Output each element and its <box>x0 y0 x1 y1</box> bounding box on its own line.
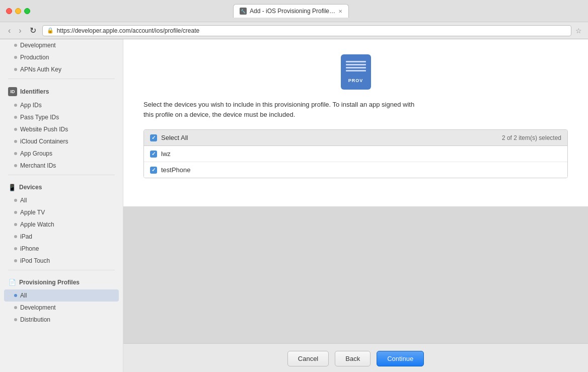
device-name-testphone: testPhone <box>161 166 191 174</box>
sidebar-item-ipad[interactable]: iPad <box>0 231 123 243</box>
checkbox-check-icon: ✓ <box>152 167 156 173</box>
sidebar-section-identifiers: ID Identifiers App IDs Pass Type IDs Web… <box>0 82 123 175</box>
prov-icon-line <box>346 70 366 71</box>
device-list-item[interactable]: ✓ testPhone <box>144 162 567 178</box>
checkbox-check-icon: ✓ <box>152 151 156 157</box>
sidebar-item-app-ids[interactable]: App IDs <box>0 99 123 111</box>
identifiers-header-label: Identifiers <box>20 88 49 95</box>
main-description: Select the devices you wish to include i… <box>143 100 568 119</box>
forward-button[interactable]: › <box>17 25 23 36</box>
sidebar-item-apple-watch[interactable]: Apple Watch <box>0 218 123 231</box>
browser-tab[interactable]: 🔧 Add - iOS Provisioning Profile… ✕ <box>233 4 349 18</box>
bookmark-icon[interactable]: ☆ <box>575 27 582 35</box>
device-checkbox-lwz[interactable]: ✓ <box>150 151 157 158</box>
device-name-lwz: lwz <box>161 150 171 158</box>
bullet-icon <box>14 152 17 155</box>
sidebar-item-label: Website Push IDs <box>20 126 68 133</box>
bullet-icon <box>14 140 17 143</box>
device-list-count: 2 of 2 item(s) selected <box>502 134 561 141</box>
tab-label: Add - iOS Provisioning Profile… <box>250 8 335 15</box>
select-all-label[interactable]: Select All <box>161 134 502 141</box>
prov-icon-label: PROV <box>348 78 363 83</box>
minimize-button[interactable] <box>15 8 21 14</box>
sidebar-item-apns-auth-key[interactable]: APNs Auth Key <box>0 63 123 76</box>
sidebar-divider <box>8 175 115 175</box>
prov-icon-line <box>346 64 366 65</box>
sidebar-item-label: iPad <box>20 233 32 240</box>
browser-chrome: 🔧 Add - iOS Provisioning Profile… ✕ ‹ › … <box>0 0 588 39</box>
sidebar-item-development-profiles[interactable]: Development <box>0 302 123 314</box>
bullet-icon <box>14 68 17 71</box>
sidebar-item-label: APNs Auth Key <box>20 66 61 73</box>
description-line2: this profile on a device, the device mus… <box>143 111 295 118</box>
back-button[interactable]: Back <box>335 351 371 366</box>
app-container: Development Production APNs Auth Key ID … <box>0 39 588 372</box>
sidebar-item-ipod-touch[interactable]: iPod Touch <box>0 255 123 267</box>
sidebar-item-apple-tv[interactable]: Apple TV <box>0 206 123 218</box>
sidebar-item-label: Merchant IDs <box>20 162 56 169</box>
provisioning-icon: 📄 <box>8 278 16 286</box>
continue-button[interactable]: Continue <box>377 351 424 366</box>
sidebar-item-label: Production <box>20 54 49 61</box>
sidebar-item-app-groups[interactable]: App Groups <box>0 147 123 160</box>
sidebar-item-all-devices[interactable]: All <box>0 194 123 206</box>
tab-close-button[interactable]: ✕ <box>338 9 342 14</box>
devices-header: 📱 Devices <box>0 178 123 194</box>
devices-icon: 📱 <box>8 183 16 191</box>
devices-header-label: Devices <box>19 184 42 191</box>
prov-icon-area: PROV <box>143 54 568 90</box>
bullet-icon <box>14 104 17 107</box>
device-list-item[interactable]: ✓ lwz <box>144 146 567 162</box>
bottom-bar: Cancel Back Continue <box>123 343 588 372</box>
url-text: https://developer.apple.com/account/ios/… <box>57 27 200 34</box>
lock-icon: 🔒 <box>47 27 54 34</box>
sidebar-section-devices: 📱 Devices All Apple TV Apple Watch iPad <box>0 178 123 270</box>
title-bar: 🔧 Add - iOS Provisioning Profile… ✕ <box>0 0 588 22</box>
sidebar-item-iphone[interactable]: iPhone <box>0 243 123 255</box>
tab-favicon: 🔧 <box>240 8 247 15</box>
prov-icon-line <box>346 67 366 68</box>
bullet-icon <box>14 318 17 321</box>
bullet-icon <box>14 164 17 167</box>
bullet-icon <box>14 56 17 59</box>
bullet-icon <box>14 128 17 131</box>
bullet-icon <box>14 211 17 214</box>
refresh-button[interactable]: ↻ <box>28 25 38 36</box>
prov-icon-line <box>346 61 366 62</box>
prov-icon: PROV <box>341 54 371 90</box>
main-panel: PROV Select the devices you wish to incl… <box>123 39 588 372</box>
gray-area <box>123 206 588 343</box>
url-bar[interactable]: 🔒 https://developer.apple.com/account/io… <box>42 25 571 36</box>
sidebar-item-label: All <box>20 292 27 299</box>
close-button[interactable] <box>6 8 12 14</box>
back-button[interactable]: ‹ <box>6 25 13 36</box>
select-all-checkbox[interactable]: ✓ <box>150 134 157 141</box>
device-checkbox-testphone[interactable]: ✓ <box>150 167 157 174</box>
identifiers-icon: ID <box>8 87 17 96</box>
bullet-icon <box>14 199 17 202</box>
sidebar-item-label: iCloud Containers <box>20 138 68 145</box>
sidebar-section-provisioning: 📄 Provisioning Profiles All Development … <box>0 273 123 326</box>
sidebar-divider <box>8 79 115 79</box>
bullet-icon <box>14 306 17 309</box>
provisioning-header-label: Provisioning Profiles <box>19 279 80 286</box>
sidebar-item-production[interactable]: Production <box>0 51 123 63</box>
bullet-icon <box>14 116 17 119</box>
sidebar: Development Production APNs Auth Key ID … <box>0 39 123 372</box>
traffic-lights <box>6 8 30 14</box>
sidebar-item-website-push-ids[interactable]: Website Push IDs <box>0 123 123 135</box>
sidebar-item-icloud-containers[interactable]: iCloud Containers <box>0 135 123 147</box>
sidebar-item-merchant-ids[interactable]: Merchant IDs <box>0 160 123 172</box>
sidebar-item-pass-type-ids[interactable]: Pass Type IDs <box>0 111 123 123</box>
sidebar-item-distribution-profiles[interactable]: Distribution <box>0 314 123 326</box>
sidebar-item-label: iPod Touch <box>20 257 50 264</box>
cancel-button[interactable]: Cancel <box>287 351 329 366</box>
prov-icon-lines <box>346 61 366 76</box>
sidebar-item-all-profiles[interactable]: All <box>4 289 119 302</box>
main-content: PROV Select the devices you wish to incl… <box>123 39 588 206</box>
maximize-button[interactable] <box>24 8 30 14</box>
description-line1: Select the devices you wish to include i… <box>143 101 414 108</box>
provisioning-header: 📄 Provisioning Profiles <box>0 273 123 289</box>
bullet-icon <box>14 294 17 297</box>
sidebar-item-development[interactable]: Development <box>0 39 123 51</box>
